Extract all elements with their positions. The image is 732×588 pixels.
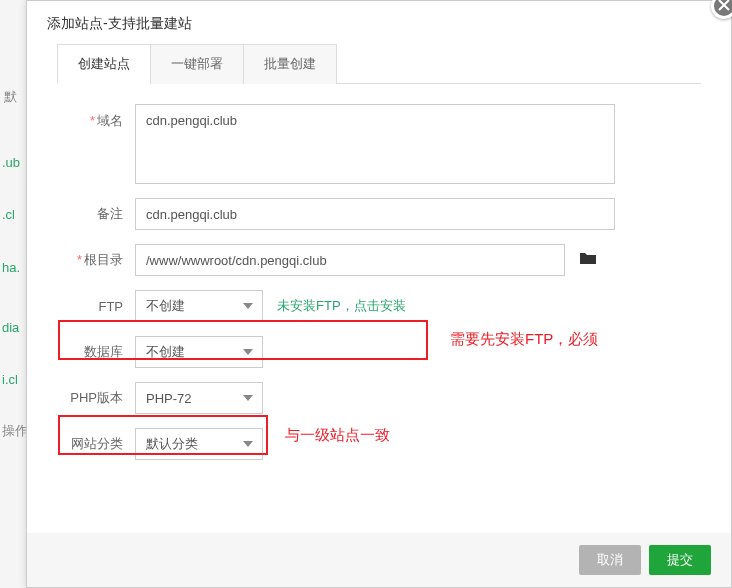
bg-text: .ub: [2, 155, 20, 170]
bg-text: 默: [4, 88, 17, 106]
bg-text: dia: [2, 320, 19, 335]
label-domain: *域名: [57, 104, 135, 130]
modal-footer: 取消 提交: [27, 533, 731, 587]
tab-one-click-deploy[interactable]: 一键部署: [150, 44, 244, 84]
label-root: *根目录: [57, 251, 135, 269]
domain-input[interactable]: cdn.pengqi.club: [135, 104, 615, 184]
ftp-install-link[interactable]: 未安装FTP，点击安装: [277, 297, 406, 315]
modal-title: 添加站点-支持批量建站: [27, 1, 731, 43]
required-mark: *: [77, 252, 82, 267]
label-remark: 备注: [57, 205, 135, 223]
add-site-modal: 添加站点-支持批量建站 创建站点 一键部署 批量创建 *域名 cdn.pengq…: [26, 0, 732, 588]
ftp-select-value: 不创建: [135, 290, 263, 322]
folder-icon[interactable]: [579, 251, 597, 269]
label-category: 网站分类: [57, 435, 135, 453]
required-mark: *: [90, 113, 95, 128]
cancel-button[interactable]: 取消: [579, 545, 641, 575]
label-ftp: FTP: [57, 299, 135, 314]
php-select-value: PHP-72: [135, 382, 263, 414]
row-remark: 备注: [57, 198, 701, 230]
label-php: PHP版本: [57, 389, 135, 407]
row-domain: *域名 cdn.pengqi.club: [57, 104, 701, 184]
root-input[interactable]: [135, 244, 565, 276]
db-select-value: 不创建: [135, 336, 263, 368]
category-select-value: 默认分类: [135, 428, 263, 460]
row-php: PHP版本 PHP-72: [57, 382, 701, 414]
bg-text: ha.: [2, 260, 20, 275]
bg-text: i.cl: [2, 372, 18, 387]
php-select[interactable]: PHP-72: [135, 382, 263, 414]
row-root: *根目录: [57, 244, 701, 276]
tab-bar: 创建站点 一键部署 批量创建: [57, 43, 701, 84]
submit-button[interactable]: 提交: [649, 545, 711, 575]
tab-batch-create[interactable]: 批量创建: [243, 44, 337, 84]
row-db: 数据库 不创建: [57, 336, 701, 368]
bg-text: 操作: [2, 422, 28, 440]
db-select[interactable]: 不创建: [135, 336, 263, 368]
tab-create-site[interactable]: 创建站点: [57, 44, 151, 84]
bg-text: .cl: [2, 207, 15, 222]
remark-input[interactable]: [135, 198, 615, 230]
close-icon: [718, 0, 730, 14]
label-db: 数据库: [57, 343, 135, 361]
ftp-select[interactable]: 不创建: [135, 290, 263, 322]
annotation-note-ftp: 需要先安装FTP，必须: [450, 330, 598, 349]
category-select[interactable]: 默认分类: [135, 428, 263, 460]
annotation-note-php: 与一级站点一致: [285, 426, 390, 445]
row-ftp: FTP 不创建 未安装FTP，点击安装: [57, 290, 701, 322]
